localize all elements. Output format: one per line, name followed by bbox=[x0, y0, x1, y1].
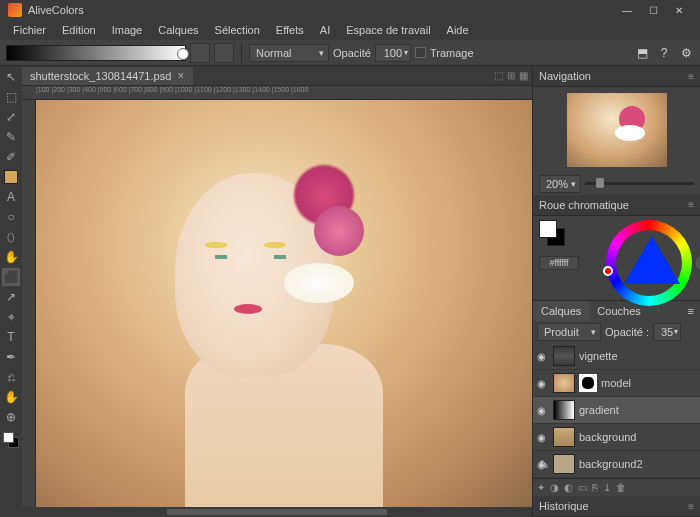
tool-clone[interactable]: ↗ bbox=[2, 288, 20, 306]
layer-group-icon[interactable]: ▭ bbox=[578, 482, 587, 493]
options-toolbar: Normal Opacité 100 Tramage ⬒ ? ⚙ bbox=[0, 40, 700, 66]
layer-fx-icon[interactable]: ◑ bbox=[550, 482, 559, 493]
tool-gradient[interactable]: ⬛ bbox=[2, 268, 20, 286]
layer-mask-icon[interactable]: ◐ bbox=[564, 482, 573, 493]
gradient-reverse-button[interactable] bbox=[214, 43, 234, 63]
dither-label: Tramage bbox=[430, 47, 474, 59]
document-tab[interactable]: shutterstock_130814471.psd ✕ bbox=[22, 67, 193, 85]
maximize-button[interactable]: ☐ bbox=[640, 1, 666, 19]
tab-close-icon[interactable]: ✕ bbox=[177, 71, 185, 81]
zoom-select[interactable]: 20% bbox=[539, 175, 581, 193]
tool-ellipse[interactable]: ⬯ bbox=[2, 228, 20, 246]
app-logo-icon bbox=[8, 3, 22, 17]
app-title: AliveColors bbox=[28, 4, 614, 16]
visibility-icon[interactable]: ◉ bbox=[537, 378, 549, 389]
layer-mask-icon[interactable] bbox=[579, 374, 597, 392]
help-icon[interactable]: ? bbox=[656, 45, 672, 61]
layer-row[interactable]: ◉ background bbox=[533, 424, 700, 451]
tab-calques[interactable]: Calques bbox=[533, 301, 589, 321]
gradient-type-button[interactable] bbox=[190, 43, 210, 63]
layer-name: vignette bbox=[579, 350, 618, 362]
canvas-area: shutterstock_130814471.psd ✕ ⬚ ⊞ ▦ |100 … bbox=[22, 66, 532, 517]
layer-thumbnail[interactable] bbox=[553, 373, 575, 393]
menu-fichier[interactable]: Fichier bbox=[6, 21, 53, 39]
tab-option-icon[interactable]: ⊞ bbox=[507, 70, 515, 81]
tab-option-icon[interactable]: ▦ bbox=[519, 70, 528, 81]
tool-pen[interactable]: ✒ bbox=[2, 348, 20, 366]
layers-tabs: Calques Couches ≡ bbox=[533, 300, 700, 321]
tool-marquee[interactable]: ⬚ bbox=[2, 88, 20, 106]
menu-selection[interactable]: Sélection bbox=[208, 21, 267, 39]
layer-opacity-label: Opacité : bbox=[605, 326, 649, 338]
close-button[interactable]: ✕ bbox=[666, 1, 692, 19]
opacity-field[interactable]: 100 bbox=[375, 44, 411, 62]
layer-name: gradient bbox=[579, 404, 619, 416]
panel-navigation-header[interactable]: Navigation≡ bbox=[533, 66, 700, 87]
layer-thumbnail[interactable] bbox=[553, 400, 575, 420]
layer-link-icon[interactable]: ⎘ bbox=[592, 482, 598, 493]
layer-thumbnail[interactable] bbox=[553, 346, 575, 366]
tool-crop[interactable]: ⤢ bbox=[2, 108, 20, 126]
layer-name: background bbox=[579, 431, 637, 443]
eyedropper-icon[interactable]: ✎ bbox=[539, 458, 549, 472]
menu-ai[interactable]: AI bbox=[313, 21, 337, 39]
tab-option-icon[interactable]: ⬚ bbox=[494, 70, 503, 81]
layer-opacity-field[interactable]: 35 bbox=[653, 323, 681, 341]
tool-brush[interactable]: ✎ bbox=[2, 128, 20, 146]
menu-espace[interactable]: Espace de travail bbox=[339, 21, 437, 39]
visibility-icon[interactable]: ◉ bbox=[537, 405, 549, 416]
layer-thumbnail[interactable] bbox=[553, 427, 575, 447]
menu-edition[interactable]: Edition bbox=[55, 21, 103, 39]
layer-row[interactable]: ◉ vignette bbox=[533, 343, 700, 370]
layer-row[interactable]: ◉ model bbox=[533, 370, 700, 397]
panel-color-header[interactable]: Roue chromatique≡ bbox=[533, 195, 700, 216]
layer-buttons: ✦ ◑ ◐ ▭ ⎘ ⤓ 🗑 bbox=[533, 478, 700, 496]
tool-shape[interactable]: ○ bbox=[2, 208, 20, 226]
layer-add-icon[interactable]: ✦ bbox=[537, 482, 545, 493]
tab-label: shutterstock_130814471.psd bbox=[30, 70, 171, 82]
dither-checkbox[interactable] bbox=[415, 47, 426, 58]
tool-move[interactable]: ↖ bbox=[2, 68, 20, 86]
navigation-thumbnail[interactable] bbox=[567, 93, 667, 167]
tool-smudge[interactable]: ✋ bbox=[2, 248, 20, 266]
layer-blend-select[interactable]: Produit bbox=[537, 323, 601, 341]
tool-palette: ↖ ⬚ ⤢ ✎ ✐ A ○ ⬯ ✋ ⬛ ↗ ⌖ T ✒ ⎌ ✋ ⊕ bbox=[0, 66, 22, 517]
menu-calques[interactable]: Calques bbox=[151, 21, 205, 39]
minimize-button[interactable]: — bbox=[614, 1, 640, 19]
canvas-image[interactable] bbox=[36, 100, 532, 507]
color-swatch-pair[interactable] bbox=[3, 432, 19, 448]
visibility-icon[interactable]: ◉ bbox=[537, 432, 549, 443]
visibility-icon[interactable]: ◉ bbox=[537, 351, 549, 362]
tool-type[interactable]: T bbox=[2, 328, 20, 346]
right-panels: Navigation≡ 20% Roue chromatique≡ #fffff… bbox=[532, 66, 700, 517]
hex-field[interactable]: #ffffff bbox=[539, 256, 579, 270]
layer-row[interactable]: ◉ gradient bbox=[533, 397, 700, 424]
tool-hand[interactable]: ✋ bbox=[2, 388, 20, 406]
tool-target[interactable]: ⌖ bbox=[2, 308, 20, 326]
menu-image[interactable]: Image bbox=[105, 21, 150, 39]
layer-row[interactable]: ◉ background2 bbox=[533, 451, 700, 478]
opacity-label: Opacité bbox=[333, 47, 371, 59]
layer-thumbnail[interactable] bbox=[553, 454, 575, 474]
color-wheel[interactable] bbox=[606, 220, 692, 306]
menu-aide[interactable]: Aide bbox=[440, 21, 476, 39]
layer-name: model bbox=[601, 377, 631, 389]
layer-lock-icon[interactable]: ⤓ bbox=[603, 482, 611, 493]
settings-icon[interactable]: ⚙ bbox=[678, 45, 694, 61]
tool-text-path[interactable]: A bbox=[2, 188, 20, 206]
panel-history-header[interactable]: Historique≡ bbox=[533, 496, 700, 517]
layer-delete-icon[interactable]: 🗑 bbox=[616, 482, 626, 493]
tool-pencil[interactable]: ✐ bbox=[2, 148, 20, 166]
tool-eraser[interactable]: ⎌ bbox=[2, 368, 20, 386]
swatch-orange[interactable] bbox=[4, 170, 18, 184]
zoom-slider[interactable] bbox=[585, 182, 694, 185]
notify-icon[interactable]: ⬒ bbox=[634, 45, 650, 61]
gradient-preview[interactable] bbox=[6, 45, 186, 61]
menu-effets[interactable]: Effets bbox=[269, 21, 311, 39]
tool-zoom[interactable]: ⊕ bbox=[2, 408, 20, 426]
menu-bar: Fichier Edition Image Calques Sélection … bbox=[0, 20, 700, 40]
scrollbar-horizontal[interactable] bbox=[22, 507, 532, 517]
color-swatch-main[interactable] bbox=[539, 220, 565, 246]
blend-mode-select[interactable]: Normal bbox=[249, 44, 329, 62]
layer-name: background2 bbox=[579, 458, 643, 470]
